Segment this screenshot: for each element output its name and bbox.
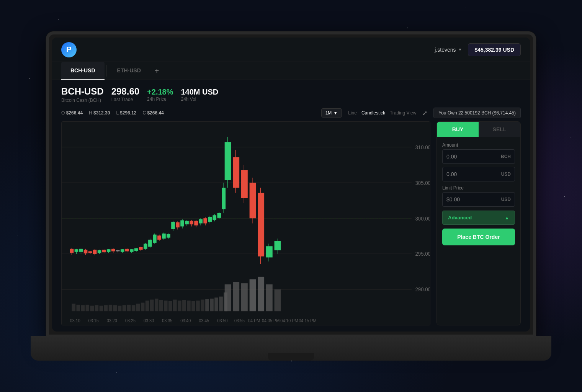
svg-rect-101 bbox=[104, 305, 108, 311]
chart-wrapper: 310.00 305.00 300.00 295.00 290.00 bbox=[61, 121, 430, 325]
svg-rect-134 bbox=[275, 289, 281, 311]
app-logo: P bbox=[61, 42, 77, 57]
svg-rect-113 bbox=[159, 300, 163, 311]
limit-price-input[interactable] bbox=[446, 193, 501, 206]
limit-price-input-wrapper: USD bbox=[442, 192, 515, 207]
username: j.stevens bbox=[435, 47, 456, 53]
chevron-up-icon: ▲ bbox=[505, 215, 509, 220]
limit-price-currency: USD bbox=[501, 197, 511, 202]
order-panel: BUY SELL Amount BCH bbox=[436, 121, 521, 325]
chart-type-line[interactable]: Line bbox=[348, 110, 357, 116]
header-right: j.stevens ▼ $45,382.39 USD bbox=[435, 43, 521, 56]
svg-rect-59 bbox=[176, 222, 180, 227]
svg-rect-29 bbox=[107, 249, 111, 252]
svg-rect-89 bbox=[213, 215, 216, 220]
svg-rect-103 bbox=[113, 305, 117, 311]
svg-text:300.00: 300.00 bbox=[415, 215, 430, 222]
svg-rect-128 bbox=[225, 284, 231, 311]
svg-rect-91 bbox=[217, 213, 221, 218]
fullscreen-button[interactable]: ⤢ bbox=[422, 109, 427, 117]
svg-text:03:15: 03:15 bbox=[88, 318, 99, 323]
candlestick-chart: 310.00 305.00 300.00 295.00 290.00 bbox=[62, 122, 430, 325]
svg-rect-110 bbox=[146, 301, 149, 311]
svg-rect-45 bbox=[144, 244, 147, 249]
logo-letter: P bbox=[66, 45, 71, 54]
advanced-label: Advanced bbox=[448, 215, 472, 220]
svg-rect-93 bbox=[222, 188, 226, 209]
svg-rect-63 bbox=[185, 221, 189, 224]
chart-right-controls: 1M ▼ Line Candlestick Trading View ⤢ You… bbox=[321, 108, 521, 118]
tab-eth-usd[interactable]: ETH-USD bbox=[108, 62, 150, 80]
svg-rect-43 bbox=[139, 247, 143, 250]
svg-rect-49 bbox=[153, 235, 157, 243]
svg-text:03:20: 03:20 bbox=[107, 318, 117, 323]
chart-type-trading-view[interactable]: Trading View bbox=[390, 110, 416, 116]
amount-bch-input[interactable] bbox=[446, 150, 501, 163]
svg-rect-13 bbox=[70, 249, 74, 253]
svg-rect-15 bbox=[75, 249, 78, 252]
svg-rect-133 bbox=[266, 284, 273, 311]
tab-bch-usd[interactable]: BCH-USD bbox=[61, 62, 105, 80]
svg-text:04:15 PM: 04:15 PM bbox=[299, 318, 316, 323]
sell-tab[interactable]: SELL bbox=[479, 122, 520, 137]
svg-rect-98 bbox=[90, 306, 94, 312]
svg-text:03:35: 03:35 bbox=[162, 318, 172, 323]
svg-rect-77 bbox=[250, 183, 256, 218]
ohlc-low: L $296.12 bbox=[116, 110, 136, 116]
svg-rect-130 bbox=[241, 283, 248, 311]
user-menu[interactable]: j.stevens ▼ bbox=[435, 47, 462, 53]
place-order-button[interactable]: Place BTC Order bbox=[442, 229, 515, 245]
tabs-bar: BCH-USD ETH-USD + bbox=[52, 62, 530, 80]
svg-rect-117 bbox=[178, 301, 181, 311]
svg-rect-61 bbox=[180, 220, 184, 227]
screen: P j.stevens ▼ $45,382.39 USD BCH-USD bbox=[52, 38, 530, 332]
limit-price-section: Limit Price USD bbox=[442, 185, 515, 207]
timeframe-button[interactable]: 1M ▼ bbox=[321, 108, 342, 118]
svg-rect-129 bbox=[233, 282, 239, 311]
market-price: 298.60 bbox=[111, 86, 139, 97]
order-form: Amount BCH USD bbox=[437, 137, 520, 325]
svg-text:03:45: 03:45 bbox=[199, 318, 209, 323]
svg-rect-37 bbox=[125, 249, 129, 252]
svg-rect-125 bbox=[214, 297, 218, 311]
svg-text:310.00: 310.00 bbox=[415, 144, 430, 150]
advanced-button[interactable]: Advanced ▲ bbox=[442, 211, 515, 225]
svg-rect-107 bbox=[132, 305, 136, 311]
main-content: BCH-USD Bitcoin Cash (BCH) 298.60 Last T… bbox=[52, 80, 530, 332]
svg-rect-39 bbox=[130, 249, 134, 252]
amount-usd-input-wrapper: USD bbox=[442, 167, 515, 181]
laptop-base bbox=[31, 336, 551, 361]
amount-usd-input[interactable] bbox=[446, 167, 501, 181]
svg-rect-108 bbox=[136, 304, 140, 311]
svg-rect-47 bbox=[148, 240, 152, 247]
svg-rect-81 bbox=[266, 246, 273, 257]
svg-rect-114 bbox=[164, 301, 168, 311]
laptop-notch bbox=[268, 353, 314, 361]
svg-rect-111 bbox=[150, 300, 154, 312]
tab-add-button[interactable]: + bbox=[150, 64, 164, 78]
amount-label: Amount bbox=[442, 142, 515, 148]
svg-rect-41 bbox=[134, 248, 138, 251]
svg-rect-25 bbox=[98, 250, 101, 253]
limit-price-label: Limit Price bbox=[442, 185, 515, 191]
ohlc-high: H $312.30 bbox=[89, 110, 110, 116]
balance-button[interactable]: $45,382.39 USD bbox=[468, 43, 521, 56]
svg-rect-17 bbox=[79, 249, 83, 252]
svg-rect-75 bbox=[241, 170, 248, 198]
buy-tab[interactable]: BUY bbox=[437, 122, 479, 137]
svg-rect-119 bbox=[187, 301, 191, 311]
header: P j.stevens ▼ $45,382.39 USD bbox=[52, 38, 530, 62]
chart-type-candlestick[interactable]: Candlestick bbox=[361, 110, 385, 116]
svg-rect-53 bbox=[162, 234, 166, 238]
ownership-info: You Own 22.500192 BCH ($6,714.45) bbox=[433, 108, 521, 118]
svg-text:03:30: 03:30 bbox=[144, 318, 154, 323]
svg-rect-27 bbox=[102, 250, 106, 253]
svg-rect-109 bbox=[141, 303, 145, 312]
svg-text:04:05 PM: 04:05 PM bbox=[262, 318, 280, 323]
screen-bezel: P j.stevens ▼ $45,382.39 USD BCH-USD bbox=[46, 31, 536, 338]
market-volume: 140M USD bbox=[181, 88, 218, 96]
market-change-item: +2.18% 24h Price bbox=[147, 88, 173, 102]
svg-rect-123 bbox=[205, 299, 209, 311]
svg-rect-118 bbox=[182, 300, 186, 311]
app-container: P j.stevens ▼ $45,382.39 USD BCH-USD bbox=[52, 38, 530, 332]
